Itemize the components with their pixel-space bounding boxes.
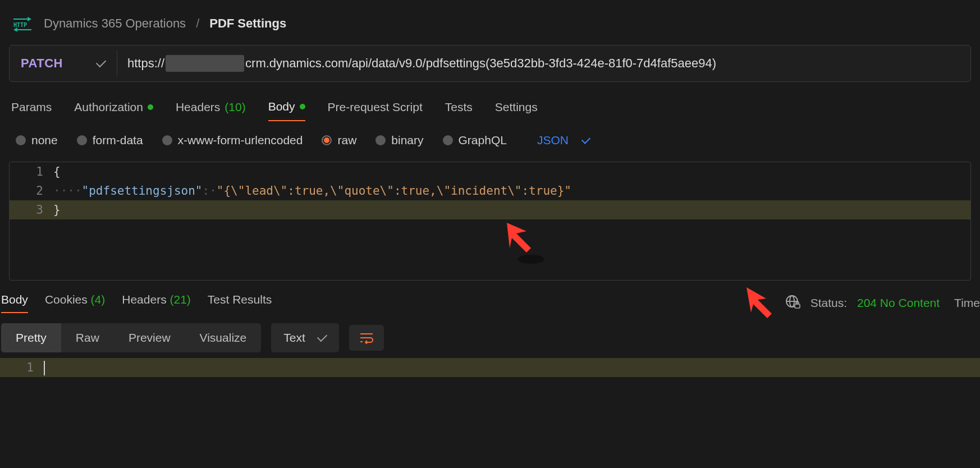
breadcrumb: HTTP Dynamics 365 Operations / PDF Setti…: [0, 0, 980, 45]
dot-indicator-icon: [300, 104, 305, 109]
resp-tab-body[interactable]: Body: [1, 293, 28, 313]
code-token: }: [53, 203, 61, 217]
dot-indicator-icon: [148, 104, 153, 110]
breadcrumb-parent[interactable]: Dynamics 365 Operations: [44, 16, 186, 31]
radio-icon: [443, 135, 453, 145]
tab-authorization[interactable]: Authorization: [74, 100, 153, 121]
code-token: {: [53, 165, 61, 178]
radio-binary[interactable]: binary: [375, 134, 423, 147]
resp-tab-headers-count: (21): [170, 293, 191, 306]
tab-settings[interactable]: Settings: [495, 100, 538, 121]
breadcrumb-current: PDF Settings: [209, 16, 286, 31]
code-token: ····: [53, 184, 82, 198]
wrap-lines-button[interactable]: [349, 325, 384, 351]
url-prefix: https://: [127, 56, 164, 71]
url-suffix: crm.dynamics.com/api/data/v9.0/pdfsettin…: [245, 56, 716, 71]
chevron-down-icon: [581, 135, 590, 144]
response-format-select[interactable]: Text: [271, 323, 339, 352]
text-cursor: [44, 361, 45, 375]
radio-icon: [162, 135, 172, 145]
tab-body[interactable]: Body: [268, 100, 305, 121]
tab-headers-label: Headers: [176, 100, 220, 114]
line-number: 2: [10, 181, 53, 200]
code-line: 1 {: [10, 162, 970, 181]
resp-tab-cookies-label: Cookies: [45, 293, 88, 306]
radio-form-data-label: form-data: [93, 134, 143, 147]
code-token: "pdfsettingsjson": [82, 184, 203, 198]
radio-icon: [375, 135, 386, 145]
code-line: 1: [0, 358, 980, 377]
http-icon: HTTP: [11, 16, 34, 31]
radio-none[interactable]: none: [16, 134, 58, 147]
status-value: 204 No Content: [857, 296, 940, 310]
chevron-down-icon: [96, 57, 106, 67]
svg-rect-3: [795, 304, 800, 308]
view-mode-segment: Pretty Raw Preview Visualize: [1, 323, 261, 352]
time-label: Time: [954, 296, 980, 310]
radio-urlencoded-label: x-www-form-urlencoded: [178, 134, 303, 147]
body-format-label: JSON: [537, 134, 569, 147]
line-number: 1: [10, 162, 53, 181]
tab-authorization-label: Authorization: [74, 100, 143, 114]
view-preview-button[interactable]: Preview: [114, 323, 185, 352]
resp-tab-headers-label: Headers: [122, 293, 166, 306]
radio-form-data[interactable]: form-data: [77, 134, 143, 147]
method-label: PATCH: [21, 56, 63, 71]
radio-icon: [77, 135, 87, 145]
tab-headers[interactable]: Headers (10): [176, 100, 246, 121]
resp-tab-cookies[interactable]: Cookies (4): [45, 293, 105, 313]
radio-raw-label: raw: [337, 134, 356, 147]
breadcrumb-separator: /: [196, 16, 199, 31]
view-pretty-button[interactable]: Pretty: [1, 323, 61, 352]
wrap-icon: [359, 332, 374, 344]
code-token: "{\"lead\":true,\"quote\":true,\"inciden…: [217, 184, 571, 198]
radio-graphql-label: GraphQL: [459, 134, 507, 147]
radio-urlencoded[interactable]: x-www-form-urlencoded: [162, 134, 303, 147]
response-body-editor[interactable]: 1: [0, 358, 980, 377]
line-number: 1: [0, 358, 44, 377]
code-line: 3 }: [10, 200, 970, 219]
response-format-label: Text: [283, 331, 305, 345]
request-url-bar: PATCH https://crm.dynamics.com/api/data/…: [9, 45, 971, 82]
view-visualize-button[interactable]: Visualize: [185, 323, 262, 352]
chevron-down-icon: [317, 332, 327, 342]
request-tabs: Params Authorization Headers (10) Body P…: [0, 90, 980, 121]
response-view-mode-row: Pretty Raw Preview Visualize Text: [0, 313, 980, 358]
tab-params[interactable]: Params: [11, 100, 52, 121]
url-redacted: [166, 55, 244, 72]
radio-icon: [322, 135, 332, 145]
tab-body-label: Body: [268, 100, 295, 113]
resp-tab-headers[interactable]: Headers (21): [122, 293, 191, 313]
radio-raw[interactable]: raw: [322, 134, 356, 147]
body-format-select[interactable]: JSON: [537, 134, 590, 147]
radio-binary-label: binary: [391, 134, 423, 147]
url-input[interactable]: https://crm.dynamics.com/api/data/v9.0/p…: [117, 45, 970, 81]
radio-graphql[interactable]: GraphQL: [443, 134, 507, 147]
radio-icon: [16, 135, 26, 145]
line-number: 3: [10, 200, 53, 219]
view-raw-button[interactable]: Raw: [61, 323, 114, 352]
tab-headers-count: (10): [225, 100, 245, 114]
svg-text:HTTP: HTTP: [13, 22, 27, 28]
globe-lock-icon[interactable]: [785, 294, 800, 313]
radio-none-label: none: [31, 134, 58, 147]
status-label: Status:: [810, 296, 847, 310]
resp-tab-cookies-count: (4): [91, 293, 106, 306]
response-tabs: Body Cookies (4) Headers (21) Test Resul…: [0, 281, 980, 313]
tab-tests[interactable]: Tests: [445, 100, 473, 121]
resp-tab-test-results[interactable]: Test Results: [208, 293, 272, 313]
tab-prerequest[interactable]: Pre-request Script: [328, 100, 423, 121]
code-token: :·: [203, 184, 217, 198]
body-type-row: none form-data x-www-form-urlencoded raw…: [0, 121, 980, 154]
request-body-editor[interactable]: 1 { 2 ····"pdfsettingsjson":·"{\"lead\":…: [9, 162, 971, 281]
method-select[interactable]: PATCH: [10, 45, 117, 81]
code-line: 2 ····"pdfsettingsjson":·"{\"lead\":true…: [10, 181, 970, 200]
